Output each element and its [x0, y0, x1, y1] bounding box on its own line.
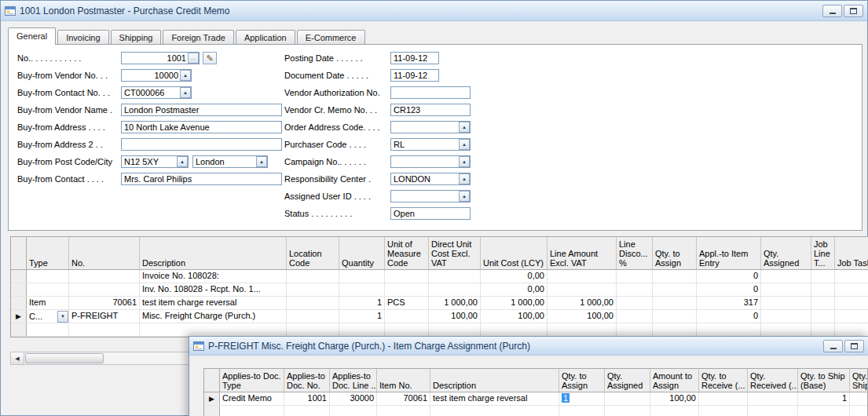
purchaser-code-field[interactable]: RL▲ — [390, 138, 471, 151]
scroll-left-button[interactable]: ◀ — [11, 352, 24, 364]
cell-line-disco[interactable] — [617, 297, 653, 309]
cell-no[interactable] — [69, 270, 140, 283]
cell-qty-to-assign[interactable] — [653, 270, 697, 283]
cell-applies-to-doc-line[interactable] — [330, 406, 377, 416]
cell-applies-to-doc-type[interactable] — [220, 406, 284, 416]
cell-unit-cost-lcy[interactable]: 1 000,00 — [481, 297, 548, 309]
cell-unit-of-measure-code[interactable] — [385, 310, 429, 323]
row-selector[interactable]: ▶ — [204, 392, 220, 405]
cell-applies-to-doc-line[interactable]: 30000 — [330, 392, 377, 405]
cell-description[interactable]: test item charge reversal — [140, 297, 287, 309]
order-address-code-field[interactable]: ▲ — [390, 121, 471, 133]
assigned-user-id-field[interactable]: ▲ — [390, 190, 471, 203]
cell-quantity[interactable]: 1 — [339, 310, 385, 323]
row-selector[interactable] — [11, 297, 27, 309]
cell-line-amount-excl-vat[interactable]: 1 000,00 — [548, 297, 617, 309]
buy-from-address-2-field[interactable] — [121, 138, 282, 151]
cell-qty-assigned[interactable] — [761, 323, 811, 336]
campaign-no-lookup-button[interactable]: ▲ — [459, 156, 470, 167]
cell-type[interactable] — [27, 283, 69, 296]
cell-job-task-n[interactable] — [835, 283, 868, 296]
cell-job-task-n[interactable] — [835, 323, 868, 336]
scrollbar-thumb[interactable] — [25, 353, 104, 363]
cell-unit-cost-lcy[interactable] — [481, 323, 548, 336]
cell-qty-to-assign[interactable] — [653, 310, 697, 323]
cell-type[interactable] — [27, 270, 69, 283]
tab-foreign-trade[interactable]: Foreign Trade — [163, 30, 233, 45]
tab-shipping[interactable]: Shipping — [111, 30, 162, 45]
cell-appl-to-item-entry[interactable] — [697, 323, 761, 336]
cell-qty-to-ship-base[interactable]: 1 — [798, 392, 850, 405]
cell-job-task-n[interactable] — [835, 297, 868, 309]
cell-qty-ship[interactable] — [850, 392, 868, 405]
cell-qty-to-receive[interactable] — [699, 406, 748, 416]
lines-horizontal-scrollbar[interactable]: ◀ — [10, 352, 191, 365]
document-date-field[interactable]: 11-09-12 — [390, 69, 439, 82]
cell-qty-received[interactable] — [748, 392, 798, 405]
cell-direct-unit-cost-excl-vat[interactable] — [429, 283, 481, 296]
row-selector[interactable] — [11, 323, 27, 336]
cell-location-code[interactable] — [287, 323, 339, 336]
no-edit-button[interactable]: ✎ — [203, 52, 217, 64]
minimize-button[interactable] — [822, 5, 842, 17]
cell-location-code[interactable] — [287, 270, 339, 283]
no-ellipsis-button[interactable]: … — [188, 53, 199, 64]
vendor-authorization-no-field[interactable] — [390, 86, 471, 99]
cell-type[interactable]: Item — [27, 297, 69, 309]
cell-unit-of-measure-code[interactable] — [385, 283, 429, 296]
cell-quantity[interactable]: 1 — [339, 297, 385, 309]
cell-unit-cost-lcy[interactable]: 0,00 — [481, 270, 548, 283]
cell-item-no[interactable]: 70061 — [377, 392, 430, 405]
no-field[interactable]: 1001… — [121, 52, 200, 64]
cell-type[interactable]: C...▼ — [27, 310, 69, 323]
cell-qty-assigned[interactable] — [761, 310, 811, 323]
buy-from-vendor-no-field[interactable]: 10000▲ — [121, 69, 192, 82]
cell-job-line-t[interactable] — [811, 283, 835, 296]
cell-direct-unit-cost-excl-vat[interactable] — [429, 270, 481, 283]
header-row-selector[interactable] — [11, 237, 27, 269]
cell-quantity[interactable] — [339, 323, 385, 336]
cell-applies-to-doc-no[interactable]: 1001 — [284, 392, 330, 405]
cell-job-line-t[interactable] — [811, 270, 835, 283]
cell-job-task-n[interactable] — [835, 310, 868, 323]
cell-qty-to-assign[interactable] — [653, 283, 697, 296]
cell-location-code[interactable] — [287, 310, 339, 323]
header-row-selector[interactable] — [204, 369, 220, 392]
status-field[interactable]: Open — [390, 207, 471, 220]
campaign-no-field[interactable]: ▲ — [390, 155, 471, 168]
cell-location-code[interactable] — [287, 297, 339, 309]
cell-appl-to-item-entry[interactable]: 0 — [697, 310, 761, 323]
cell-qty-to-assign[interactable] — [653, 323, 697, 336]
vendor-cr-memo-no-field[interactable]: CR123 — [390, 104, 471, 116]
maximize-button[interactable] — [844, 5, 863, 17]
cell-unit-of-measure-code[interactable]: PCS — [385, 297, 429, 309]
cell-qty-to-receive[interactable] — [699, 392, 748, 405]
buy-from-contact-no-lookup-button[interactable]: ▲ — [180, 87, 191, 98]
tab-invoicing[interactable]: Invoicing — [57, 30, 108, 45]
cell-description[interactable]: Invoice No. 108028: — [140, 270, 287, 283]
row-selector[interactable] — [11, 283, 27, 296]
cell-line-disco[interactable] — [617, 323, 653, 336]
cell-description[interactable]: Inv. No. 108028 - Rcpt. No. 1... — [140, 283, 287, 296]
cell-qty-assigned[interactable] — [761, 283, 811, 296]
cell-qty-to-assign[interactable] — [653, 297, 697, 309]
cell-line-amount-excl-vat[interactable] — [548, 270, 617, 283]
maximize-button[interactable] — [844, 340, 864, 352]
buy-from-post-code-city-city-field[interactable]: London▲ — [192, 155, 268, 168]
assignment-window-titlebar[interactable]: P-FREIGHT Misc. Freight Charge (Purch.) … — [189, 337, 868, 356]
cell-qty-assigned[interactable] — [605, 406, 650, 416]
cell-job-line-t[interactable] — [811, 310, 835, 323]
tab-e-commerce[interactable]: E-Commerce — [297, 30, 365, 45]
cell-quantity[interactable] — [339, 270, 385, 283]
cell-description[interactable]: Misc. Freight Charge (Purch.) — [140, 310, 287, 323]
cell-qty-assigned[interactable] — [605, 392, 650, 405]
cell-unit-cost-lcy[interactable]: 100,00 — [481, 310, 548, 323]
cell-line-disco[interactable] — [617, 283, 653, 296]
cell-amount-to-assign[interactable] — [650, 406, 699, 416]
cell-applies-to-doc-type[interactable]: Credit Memo — [220, 392, 284, 405]
buy-from-vendor-name-field[interactable]: London Postmaster — [121, 104, 282, 116]
cell-direct-unit-cost-excl-vat[interactable] — [429, 323, 481, 336]
responsibility-center-field[interactable]: LONDON▲ — [390, 173, 471, 185]
cell-qty-assigned[interactable] — [761, 297, 811, 309]
cell-location-code[interactable] — [287, 283, 339, 296]
